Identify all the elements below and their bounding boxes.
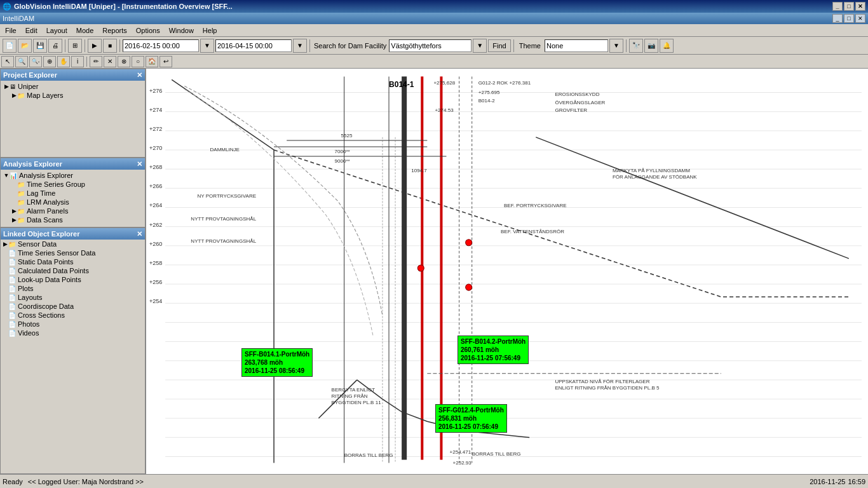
linked-item-plots[interactable]: 📄 Plots [1, 284, 145, 293]
date2-dropdown[interactable]: ▼ [293, 39, 307, 53]
svg-text:+256: +256 [149, 279, 162, 285]
stop-btn[interactable]: ■ [103, 39, 117, 53]
select-tool[interactable]: ↖ [1, 56, 14, 67]
home-tool[interactable]: 🏠 [146, 56, 158, 67]
zoom-out-tool[interactable]: 🔍- [29, 56, 42, 67]
play-btn[interactable]: ▶ [88, 39, 102, 53]
tree-label-tss: Time Series Sensor Data [18, 249, 95, 257]
linked-explorer-close[interactable]: ✕ [137, 230, 142, 238]
search-dropdown[interactable]: ▼ [473, 39, 487, 53]
tree-item-maplayers[interactable]: ▶ 📁 Map Layers [2, 91, 144, 100]
tree-item-lrm[interactable]: 📁 LRM Analysis [2, 198, 144, 207]
project-explorer-header: Project Explorer ✕ [1, 69, 145, 81]
binoculars-btn[interactable]: 🔭 [629, 39, 643, 53]
svg-text:EROSIONSSKYDD: EROSIONSSKYDD [555, 92, 599, 97]
tree-item-lagtime[interactable]: 📁 Lag Time [2, 189, 144, 198]
menu-window[interactable]: Window [165, 25, 198, 36]
linked-item-cs[interactable]: 📄 Cross Sections [1, 311, 145, 320]
delete-tool[interactable]: ✕ [104, 56, 116, 67]
zoom-in-tool[interactable]: 🔍 [15, 56, 28, 67]
svg-point-63 [417, 265, 424, 271]
cross-tool[interactable]: ⊗ [118, 56, 130, 67]
circle-tool[interactable]: ○ [132, 56, 144, 67]
sep6 [626, 39, 627, 52]
tree-item-datascans[interactable]: ▶ 📁 Data Scans [2, 215, 144, 224]
undo-tool[interactable]: ↩ [159, 56, 172, 67]
analysis-explorer-title: Analysis Explorer [3, 160, 62, 168]
svg-text:B014-2: B014-2 [478, 98, 495, 104]
theme-input[interactable] [545, 39, 608, 52]
pan-tool[interactable]: ✋ [57, 56, 70, 67]
tree-item-uniper[interactable]: ▶ 🖥 Uniper [2, 82, 144, 91]
svg-text:DAMMLINJE: DAMMLINJE [210, 147, 240, 152]
inner-min-btn[interactable]: _ [832, 14, 843, 23]
inner-close-btn[interactable]: ✕ [855, 14, 865, 23]
linked-item-sdp[interactable]: 📄 Static Data Points [1, 257, 145, 266]
date-from-input[interactable] [123, 39, 199, 52]
analysis-explorer-close[interactable]: ✕ [137, 160, 142, 168]
zoom-fit-tool[interactable]: ⊕ [43, 56, 56, 67]
inner-title-text: IntelliDAM [3, 15, 34, 22]
close-btn[interactable]: ✕ [855, 2, 865, 11]
camera-btn[interactable]: 📷 [644, 39, 658, 53]
item-icon-tss: 📄 [8, 250, 16, 257]
item-icon-plots: 📄 [8, 285, 16, 292]
search-input[interactable] [389, 39, 471, 52]
print-btn[interactable]: 🖨 [48, 39, 62, 53]
project-explorer-close[interactable]: ✕ [137, 71, 142, 79]
item-icon-photos: 📄 [8, 321, 16, 328]
svg-text:B014-1: B014-1 [389, 80, 414, 89]
linked-explorer-title: Linked Object Explorer [3, 230, 79, 238]
linked-item-cdp[interactable]: 📄 Calculated Data Points [1, 266, 145, 275]
menu-layout[interactable]: Layout [43, 25, 71, 36]
tree-item-timeseries[interactable]: 📁 Time Series Group [2, 180, 144, 189]
linked-item-sensor[interactable]: ▶ 📁 Sensor Data [1, 240, 145, 248]
menu-file[interactable]: File [1, 25, 20, 36]
date1-dropdown[interactable]: ▼ [200, 39, 214, 53]
tooltip3-name: SFF-G012.4-PortrMöh [438, 406, 504, 414]
svg-text:9000**: 9000** [335, 158, 350, 164]
search-label: Search for Dam Facility [314, 42, 386, 50]
expand-icon2: ▶ [11, 92, 17, 98]
info-tool[interactable]: i [71, 56, 84, 67]
linked-item-photos[interactable]: 📄 Photos [1, 320, 145, 329]
menu-help[interactable]: Help [199, 25, 221, 36]
svg-text:5525: 5525 [341, 133, 353, 139]
linked-item-tss[interactable]: 📄 Time Series Sensor Data [1, 248, 145, 257]
linked-item-videos[interactable]: 📄 Videos [1, 329, 145, 337]
computer-icon: 🖥 [10, 83, 16, 90]
linked-item-layouts[interactable]: 📄 Layouts [1, 293, 145, 302]
svg-text:+254.471: +254.471 [450, 449, 471, 455]
tree-label-ludp: Look-up Data Points [18, 276, 81, 283]
canvas-area[interactable]: +276 +274 +272 +270 +268 +266 +264 +262 … [146, 69, 868, 474]
menu-mode[interactable]: Mode [72, 25, 98, 36]
item-icon-sdp: 📄 [8, 259, 16, 266]
alarm-btn[interactable]: 🔔 [660, 39, 674, 53]
open-btn[interactable]: 📂 [18, 39, 32, 53]
save-btn[interactable]: 💾 [33, 39, 47, 53]
svg-rect-34 [402, 76, 407, 459]
tooltip2-time: 2016-11-25 07:56:49 [461, 354, 526, 362]
tree-label-layouts: Layouts [18, 294, 43, 301]
inner-title-bar[interactable]: _ [832, 2, 843, 11]
inner-max-btn[interactable]: □ [844, 14, 854, 23]
edit-tool[interactable]: ✏ [90, 56, 102, 67]
tree-item-analysis-root[interactable]: ▼ 📊 Analysis Explorer [2, 171, 144, 180]
menu-edit[interactable]: Edit [22, 25, 41, 36]
maximize-btn[interactable]: □ [844, 2, 854, 11]
item-icon-layouts: 📄 [8, 294, 16, 301]
menu-reports[interactable]: Reports [98, 25, 131, 36]
menu-options[interactable]: Options [132, 25, 164, 36]
analysis-explorer-panel: Analysis Explorer ✕ ▼ 📊 Analysis Explore… [0, 158, 146, 227]
tooltip3-value: 256,831 möh [438, 414, 504, 423]
tree-label-alarm: Alarm Panels [27, 207, 68, 215]
icon-btn1[interactable]: ⊞ [68, 39, 82, 53]
linked-item-coordiscope[interactable]: 📄 Coordiscope Data [1, 302, 145, 311]
tree-item-alarm[interactable]: ▶ 📁 Alarm Panels [2, 207, 144, 215]
date-to-input[interactable] [215, 39, 292, 52]
new-btn[interactable]: 📄 [3, 39, 17, 53]
find-button[interactable]: Find [488, 39, 510, 52]
theme-dropdown[interactable]: ▼ [609, 39, 623, 53]
linked-item-ludp[interactable]: 📄 Look-up Data Points [1, 275, 145, 284]
svg-text:+275.695: +275.695 [478, 90, 500, 95]
